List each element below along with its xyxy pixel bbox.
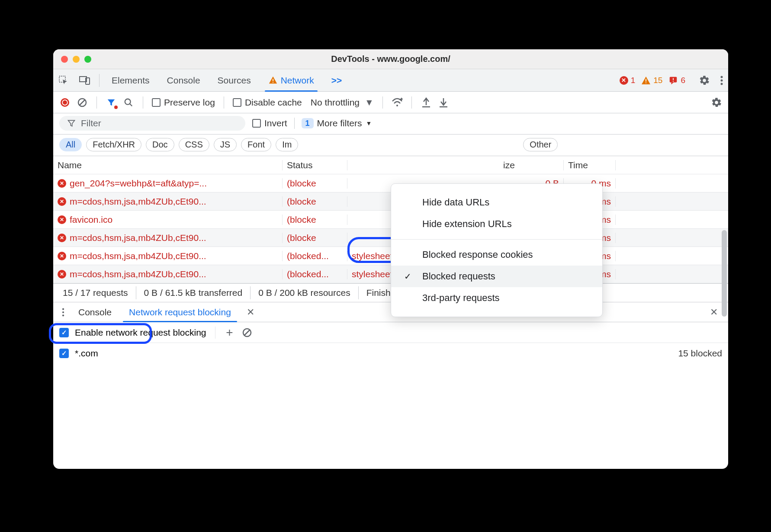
- request-name: m=cdos,hsm,jsa,mb4ZUb,cEt90...: [70, 269, 206, 279]
- separator: [143, 96, 143, 109]
- error-icon: [58, 179, 66, 188]
- network-toolbar: Preserve log Disable cache No throttling…: [53, 92, 728, 113]
- maximize-window-button[interactable]: [84, 56, 91, 63]
- device-toolbar-icon[interactable]: [74, 69, 96, 91]
- minimize-window-button[interactable]: [73, 56, 80, 63]
- filter-blocked-requests[interactable]: Blocked requests: [391, 266, 602, 287]
- svg-rect-8: [673, 78, 674, 80]
- pattern-checkbox[interactable]: [59, 349, 69, 358]
- svg-point-11: [721, 79, 723, 81]
- network-conditions-icon[interactable]: [392, 97, 403, 108]
- drawer-tab-blocking[interactable]: Network request blocking: [121, 302, 239, 322]
- chip-js[interactable]: JS: [214, 138, 237, 151]
- status-resources: 0 B / 200 kB resources: [251, 286, 358, 299]
- highlight-requests-ring: [49, 323, 152, 344]
- clear-button[interactable]: [77, 97, 88, 108]
- error-icon: [58, 270, 66, 279]
- col-status[interactable]: Status: [283, 160, 347, 170]
- svg-point-10: [721, 76, 723, 78]
- svg-point-20: [62, 308, 64, 310]
- drawer-menu-icon[interactable]: [58, 308, 69, 317]
- invert-checkbox[interactable]: Invert: [252, 118, 287, 128]
- funnel-icon: [67, 119, 76, 128]
- chip-all[interactable]: All: [59, 138, 82, 151]
- error-icon: [58, 197, 66, 206]
- close-drawer-icon[interactable]: ✕: [704, 307, 724, 318]
- disable-cache-checkbox[interactable]: Disable cache: [233, 97, 302, 108]
- kebab-menu-icon[interactable]: [715, 69, 728, 91]
- chip-doc[interactable]: Doc: [146, 138, 174, 151]
- tab-sources[interactable]: Sources: [209, 69, 260, 91]
- chip-fetch-xhr[interactable]: Fetch/XHR: [86, 138, 141, 151]
- tab-console[interactable]: Console: [158, 69, 209, 91]
- request-status: (blocke: [283, 196, 347, 207]
- request-status: (blocke: [283, 215, 347, 225]
- record-button[interactable]: [59, 97, 71, 108]
- request-name: m=cdos,hsm,jsa,mb4ZUb,cEt90...: [70, 251, 206, 261]
- main-toolbar: Elements Console Sources Network >> ✕ 1 …: [53, 69, 728, 92]
- separator: [99, 74, 100, 87]
- grid-header[interactable]: Name Status ize Time: [53, 156, 728, 174]
- separator: [391, 239, 602, 240]
- warning-icon: [641, 76, 651, 85]
- chip-other[interactable]: Other: [523, 138, 558, 151]
- filter-row: Filter Invert 1 More filters ▼: [53, 113, 728, 135]
- request-name: favicon.ico: [70, 215, 112, 225]
- error-icon: [58, 252, 66, 260]
- svg-point-12: [721, 83, 723, 85]
- chip-font[interactable]: Font: [241, 138, 271, 151]
- svg-point-21: [62, 311, 64, 313]
- warning-count-badge[interactable]: 15: [641, 76, 662, 85]
- clear-patterns-icon[interactable]: [241, 327, 253, 338]
- chevron-down-icon: ▼: [366, 120, 372, 127]
- throttling-select[interactable]: No throttling ▼: [311, 97, 374, 108]
- blocking-toolbar: Enable network request blocking +: [53, 322, 728, 343]
- message-count-badge[interactable]: 6: [668, 76, 685, 85]
- window-title: DevTools - www.google.com/: [53, 54, 728, 64]
- tab-elements[interactable]: Elements: [103, 69, 158, 91]
- filter-blocked-cookies[interactable]: Blocked response cookies: [391, 244, 602, 266]
- titlebar: DevTools - www.google.com/: [53, 49, 728, 69]
- drawer-tab-console[interactable]: Console: [71, 302, 119, 322]
- preserve-log-checkbox[interactable]: Preserve log: [152, 97, 215, 108]
- error-icon: [58, 215, 66, 224]
- filter-input[interactable]: Filter: [59, 116, 245, 131]
- search-icon[interactable]: [123, 97, 134, 108]
- filter-hide-data-urls[interactable]: Hide data URLs: [391, 192, 602, 213]
- chip-css[interactable]: CSS: [179, 138, 209, 151]
- svg-point-15: [125, 99, 131, 104]
- add-pattern-icon[interactable]: +: [224, 327, 235, 338]
- filter-hide-extension-urls[interactable]: Hide extension URLs: [391, 213, 602, 235]
- svg-line-24: [244, 330, 250, 335]
- blocking-pattern-row[interactable]: *.com 15 blocked: [53, 343, 728, 364]
- separator: [215, 327, 215, 339]
- tabs-overflow-button[interactable]: >>: [323, 69, 351, 91]
- filter-toggle-icon[interactable]: [106, 97, 117, 108]
- inspect-element-icon[interactable]: [53, 69, 74, 91]
- col-size[interactable]: ize: [499, 160, 564, 170]
- filter-placeholder: Filter: [81, 118, 101, 128]
- status-transferred: 0 B / 61.5 kB transferred: [136, 286, 251, 299]
- chevron-down-icon: ▼: [365, 97, 374, 108]
- import-har-icon[interactable]: [438, 97, 449, 108]
- close-window-button[interactable]: [61, 56, 68, 63]
- traffic-lights: [53, 56, 91, 63]
- network-settings-icon[interactable]: [711, 97, 722, 108]
- filter-3rd-party-requests[interactable]: 3rd-party requests: [391, 287, 602, 309]
- col-name[interactable]: Name: [53, 160, 283, 170]
- close-tab-icon[interactable]: ✕: [241, 307, 260, 318]
- error-count-badge[interactable]: ✕ 1: [620, 76, 636, 85]
- request-status: (blocke: [283, 233, 347, 243]
- col-time[interactable]: Time: [564, 160, 616, 170]
- request-status: (blocke: [283, 178, 347, 189]
- svg-rect-9: [673, 80, 674, 81]
- export-har-icon[interactable]: [421, 97, 432, 108]
- request-status: (blocked...: [283, 251, 347, 261]
- status-requests: 15 / 17 requests: [55, 286, 136, 299]
- chip-img[interactable]: Im: [276, 138, 298, 151]
- scrollbar[interactable]: [722, 230, 727, 317]
- tab-network[interactable]: Network: [260, 69, 323, 91]
- request-name: gen_204?s=webhp&t=aft&atyp=...: [70, 178, 207, 189]
- more-filters-button[interactable]: 1 More filters ▼: [302, 118, 372, 128]
- settings-icon[interactable]: [694, 69, 715, 91]
